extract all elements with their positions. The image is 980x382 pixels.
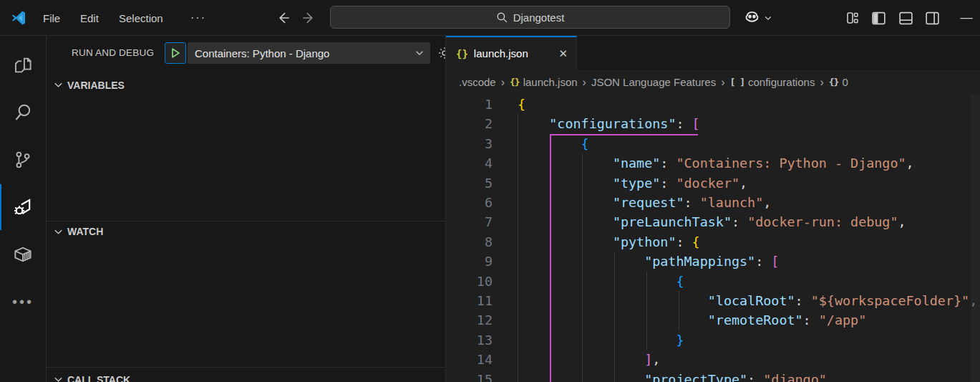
code-line[interactable]: "pathMappings": [ <box>518 252 977 271</box>
tab-launch-json[interactable]: {} launch.json ✕ <box>446 36 577 70</box>
toggle-primary-sidebar-icon[interactable] <box>869 0 888 36</box>
code-line[interactable]: { <box>518 134 977 153</box>
vscode-window: File Edit Selection ··· Djangotest <box>0 0 980 382</box>
line-number: 14 <box>446 350 493 369</box>
line-number: 4 <box>446 153 493 173</box>
code-line[interactable]: { <box>518 95 977 114</box>
breadcrumb-item[interactable]: {}0 <box>829 76 848 88</box>
breadcrumb-item[interactable]: JSON Language Features <box>591 76 716 88</box>
indent-guide <box>614 252 615 382</box>
breadcrumb-item[interactable]: {}launch.json <box>510 76 578 88</box>
bracket-pair-guide-horizontal <box>550 134 698 135</box>
menu-more-ellipsis[interactable]: ··· <box>186 0 210 36</box>
menu-selection[interactable]: Selection <box>115 0 168 36</box>
code-line[interactable]: "request": "launch", <box>518 193 977 212</box>
activity-bar: ••• <box>0 36 47 382</box>
vscode-logo-icon <box>10 0 27 36</box>
code-line[interactable]: "projectType": "django" <box>518 370 977 382</box>
breadcrumb-label: .vscode <box>459 76 496 88</box>
code-lines: { "configurations": [ { "name": "Contain… <box>518 95 977 382</box>
line-number: 2 <box>446 114 493 133</box>
start-debugging-button[interactable] <box>165 42 186 64</box>
brackets-icon: [ ] <box>730 77 744 87</box>
chevron-down-icon <box>414 48 424 58</box>
go-forward-icon[interactable] <box>300 0 319 36</box>
section-watch[interactable]: WATCH <box>47 221 445 242</box>
code-editor[interactable]: 123456789101112131415 { "configurations"… <box>446 95 980 382</box>
section-variables[interactable]: VARIABLES <box>47 75 445 95</box>
additional-views-icon[interactable]: ••• <box>0 278 46 325</box>
braces-yellow-icon: {} <box>510 77 520 87</box>
indent-guide <box>582 153 583 382</box>
breadcrumb-separator-icon: › <box>501 76 505 89</box>
breadcrumbs: .vscode›{}launch.json›JSON Language Feat… <box>446 70 980 95</box>
breadcrumb-item[interactable]: [ ]configurations <box>730 76 815 88</box>
debug-configuration-select[interactable]: Containers: Python - Django <box>188 42 430 64</box>
line-number: 9 <box>446 252 493 271</box>
code-line[interactable]: ], <box>518 350 977 369</box>
breadcrumb-label: 0 <box>842 76 848 88</box>
editor-scrollbar[interactable] <box>971 95 980 382</box>
breadcrumb-separator-icon: › <box>721 76 724 89</box>
line-number: 10 <box>446 272 493 291</box>
breadcrumb-separator-icon: › <box>583 76 586 89</box>
line-number: 3 <box>446 134 493 153</box>
section-label: WATCH <box>67 226 103 237</box>
close-tab-icon[interactable]: ✕ <box>558 47 568 60</box>
line-number: 1 <box>446 95 493 114</box>
line-number: 13 <box>446 330 493 350</box>
code-line[interactable]: { <box>518 272 977 291</box>
bracket-pair-guide-vertical <box>550 134 551 382</box>
minimize-button[interactable]: — <box>956 0 976 36</box>
debug-toolbar: RUN AND DEBUG Containers: Python - Djang… <box>47 36 445 70</box>
copilot-icon <box>743 9 761 27</box>
command-center-text: Djangotest <box>513 11 565 24</box>
code-line[interactable]: "name": "Containers: Python - Django", <box>518 153 977 173</box>
debug-configuration-value: Containers: Python - Django <box>195 47 329 59</box>
search-view-icon[interactable] <box>0 89 46 136</box>
menu-file[interactable]: File <box>39 0 64 36</box>
line-number: 5 <box>446 173 493 193</box>
go-back-icon[interactable] <box>273 0 292 36</box>
command-center-search[interactable]: Djangotest <box>330 6 730 29</box>
breadcrumb-label: launch.json <box>523 76 578 88</box>
run-and-debug-icon[interactable] <box>0 183 46 231</box>
breadcrumb-separator-icon: › <box>820 76 823 89</box>
section-label: VARIABLES <box>67 80 125 91</box>
code-line[interactable]: "python": { <box>518 232 977 252</box>
indent-guide <box>679 291 679 330</box>
line-number: 12 <box>446 310 493 330</box>
code-line[interactable]: "configurations": [ <box>518 114 977 133</box>
source-control-icon[interactable] <box>0 136 46 183</box>
code-line[interactable]: "localRoot": "${workspaceFolder}", <box>518 291 977 310</box>
breadcrumb-item[interactable]: .vscode <box>459 76 496 88</box>
code-line[interactable]: } <box>518 330 977 350</box>
tab-label: launch.json <box>474 47 528 59</box>
json-file-icon: {} <box>456 48 468 59</box>
containers-icon[interactable] <box>0 231 46 278</box>
toggle-panel-icon[interactable] <box>896 0 915 36</box>
line-numbers: 123456789101112131415 <box>446 95 493 382</box>
braces-icon: {} <box>829 77 839 87</box>
code-line[interactable]: "remoteRoot": "/app" <box>518 310 977 330</box>
breadcrumb-label: configurations <box>748 76 815 88</box>
copilot-menu[interactable] <box>743 0 772 36</box>
panel-title: RUN AND DEBUG <box>72 36 154 70</box>
section-label: CALL STACK <box>67 374 130 382</box>
line-number: 15 <box>446 370 493 382</box>
customize-layout-icon[interactable] <box>843 0 862 36</box>
section-call-stack[interactable]: CALL STACK <box>47 367 445 382</box>
chevron-down-icon <box>53 80 64 90</box>
code-line[interactable]: "preLaunchTask": "docker-run: debug", <box>518 212 977 231</box>
explorer-icon[interactable] <box>0 42 46 89</box>
breadcrumb-label: JSON Language Features <box>591 76 716 88</box>
code-line[interactable]: "type": "docker", <box>518 173 977 193</box>
title-bar: File Edit Selection ··· Djangotest <box>0 0 980 36</box>
run-and-debug-panel: RUN AND DEBUG Containers: Python - Djang… <box>47 36 445 382</box>
tab-bar: {} launch.json ✕ <box>446 36 980 70</box>
chevron-down-icon <box>53 374 64 382</box>
line-number: 7 <box>446 212 493 231</box>
menu-edit[interactable]: Edit <box>76 0 103 36</box>
chevron-down-icon <box>53 226 64 237</box>
toggle-secondary-sidebar-icon[interactable] <box>923 0 941 36</box>
